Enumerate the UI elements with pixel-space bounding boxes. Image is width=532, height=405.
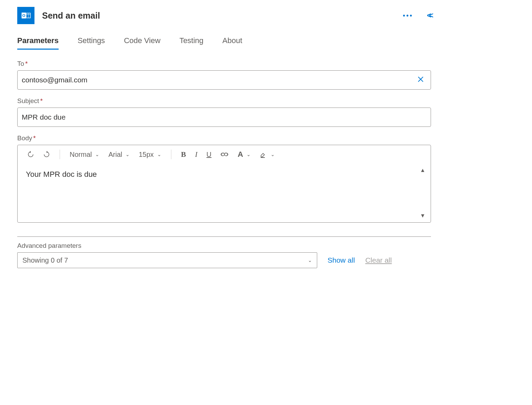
highlight-color-dropdown[interactable]: ⌄ xyxy=(257,149,278,160)
outlook-icon: O xyxy=(17,7,34,24)
tab-bar: Parameters Settings Code View Testing Ab… xyxy=(17,36,431,50)
chevron-down-icon: ⌄ xyxy=(95,152,99,157)
toolbar-separator xyxy=(60,150,60,159)
required-indicator: * xyxy=(25,60,28,67)
subject-input-wrap xyxy=(17,108,431,127)
clear-all-button[interactable]: Clear all xyxy=(365,256,392,264)
chevron-down-icon: ⌄ xyxy=(271,152,275,157)
chevron-down-icon: ⌄ xyxy=(126,152,130,157)
font-color-dropdown[interactable]: A⌄ xyxy=(235,149,253,160)
font-size-dropdown[interactable]: 15px⌄ xyxy=(136,149,164,160)
tab-settings[interactable]: Settings xyxy=(78,36,105,50)
panel-title: Send an email xyxy=(42,11,100,21)
panel-header: O Send an email ••• << xyxy=(17,3,431,24)
italic-button[interactable]: I xyxy=(192,149,200,160)
tab-code-view[interactable]: Code View xyxy=(124,36,160,50)
body-label: Body* xyxy=(17,134,431,142)
chevron-down-icon: ⌄ xyxy=(247,152,251,157)
scroll-up-button[interactable]: ▲ xyxy=(420,167,425,173)
tab-testing[interactable]: Testing xyxy=(179,36,203,50)
to-input-wrap xyxy=(17,70,431,90)
paragraph-style-dropdown[interactable]: Normal⌄ xyxy=(67,149,102,160)
toolbar-separator xyxy=(171,150,171,159)
link-button[interactable] xyxy=(218,150,231,159)
tab-about[interactable]: About xyxy=(222,36,242,50)
advanced-parameters-dropdown[interactable]: Showing 0 of 7 ⌄ xyxy=(17,252,317,268)
collapse-panel-button[interactable]: << xyxy=(427,11,431,20)
more-options-button[interactable]: ••• xyxy=(403,12,413,20)
to-label: To* xyxy=(17,60,431,68)
section-divider xyxy=(17,236,431,237)
editor-toolbar: Normal⌄ Arial⌄ 15px⌄ B I U A⌄ xyxy=(18,145,431,164)
body-editor: Normal⌄ Arial⌄ 15px⌄ B I U A⌄ xyxy=(17,145,431,223)
scroll-down-button[interactable]: ▼ xyxy=(420,213,425,219)
font-family-dropdown[interactable]: Arial⌄ xyxy=(106,149,132,160)
editor-scrollbar: ▲ ▼ xyxy=(418,167,428,219)
subject-input[interactable] xyxy=(22,113,426,121)
required-indicator: * xyxy=(33,134,36,142)
body-textarea[interactable]: Your MPR doc is due ▲ ▼ xyxy=(18,164,431,222)
show-all-button[interactable]: Show all xyxy=(328,256,355,264)
to-input[interactable] xyxy=(22,76,415,84)
undo-button[interactable] xyxy=(24,150,37,159)
underline-button[interactable]: U xyxy=(204,149,214,160)
required-indicator: * xyxy=(40,97,42,104)
chevron-down-icon: ⌄ xyxy=(308,257,312,263)
bold-button[interactable]: B xyxy=(178,149,189,160)
subject-label: Subject* xyxy=(17,97,431,105)
chevron-down-icon: ⌄ xyxy=(157,152,161,157)
advanced-parameters-label: Advanced parameters xyxy=(17,242,431,250)
redo-button[interactable] xyxy=(40,150,53,159)
clear-to-button[interactable] xyxy=(415,75,426,85)
tab-parameters[interactable]: Parameters xyxy=(17,36,59,50)
svg-text:O: O xyxy=(22,13,26,18)
